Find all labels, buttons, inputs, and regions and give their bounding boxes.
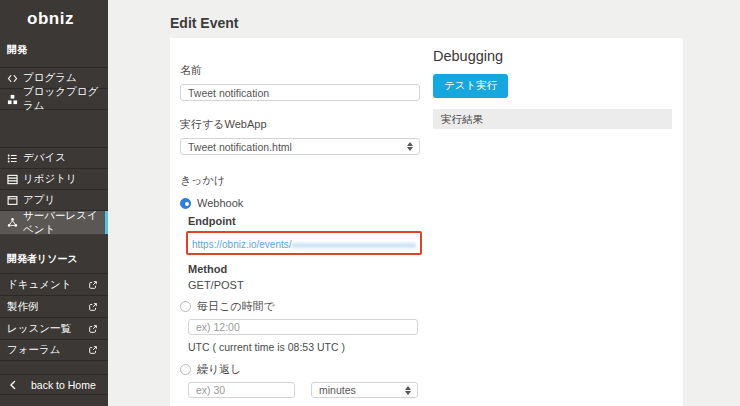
sidebar-item-label: デバイス — [23, 151, 66, 165]
repository-icon — [7, 174, 18, 185]
chevron-left-icon — [9, 380, 17, 390]
select-stepper-icon — [407, 142, 413, 151]
repeat-interval-input[interactable] — [188, 382, 295, 398]
edit-event-card: 名前 実行するWebApp Tweet notification.html きっ… — [170, 38, 683, 406]
method-value: GET/POST — [188, 279, 418, 291]
repeat-unit-select[interactable]: minutes — [311, 382, 418, 398]
obniz-logo[interactable]: obniz — [0, 0, 108, 29]
endpoint-token-blurred: xxxxxxxxxxxxxxxxxxxxxxxxxxxxxxx — [292, 240, 416, 250]
external-link-icon — [88, 324, 98, 334]
back-to-home-label: back to Home — [31, 379, 96, 391]
sidebar-item-block-program[interactable]: ブロックプログラム — [0, 89, 108, 110]
sidebar-resources-group: ドキュメント 製作例 レッスン一覧 フォーラム — [0, 273, 108, 361]
external-link-icon — [88, 280, 98, 290]
sidebar-item-label: アプリ — [23, 193, 55, 207]
external-link-icon — [88, 345, 98, 355]
debugging-panel: Debugging テスト実行 実行結果 — [433, 38, 672, 129]
page-title: Edit Event — [170, 15, 238, 31]
sidebar-item-documents[interactable]: ドキュメント — [0, 273, 108, 295]
sidebar-item-label: ドキュメント — [7, 278, 71, 292]
sidebar-item-label: フォーラム — [7, 343, 60, 357]
code-icon — [7, 73, 18, 84]
devices-icon — [7, 153, 18, 164]
webapp-select[interactable]: Tweet notification.html — [180, 138, 420, 155]
event-form: 名前 実行するWebApp Tweet notification.html きっ… — [180, 38, 420, 406]
sidebar-spacer — [0, 110, 108, 137]
endpoint-url-highlight[interactable]: https://obniz.io/events/xxxxxxxxxxxxxxxx… — [186, 231, 422, 255]
endpoint-url-link[interactable]: https://obniz.io/events/ — [192, 239, 292, 250]
apps-icon — [7, 195, 18, 206]
radio-unselected-icon — [180, 364, 191, 375]
main-content: Edit Event 名前 実行するWebApp Tweet notificat… — [108, 0, 740, 406]
serverless-icon — [7, 217, 18, 228]
blocks-icon — [7, 94, 18, 105]
sidebar-item-examples[interactable]: 製作例 — [0, 295, 108, 317]
radio-unselected-icon — [180, 301, 191, 312]
sidebar-section-dev: 開発 — [0, 43, 108, 57]
repeat-unit-value: minutes — [319, 384, 405, 396]
sidebar-item-label: サーバーレスイベント — [23, 209, 108, 237]
repeat-radio[interactable]: 繰り返し — [180, 362, 420, 377]
select-stepper-icon — [405, 386, 411, 395]
sidebar-item-label: ブロックプログラム — [23, 85, 108, 113]
sidebar-item-label: 製作例 — [7, 300, 39, 314]
run-test-button[interactable]: テスト実行 — [433, 74, 508, 98]
name-label: 名前 — [180, 63, 420, 78]
sidebar-item-repository[interactable]: リポジトリ — [0, 169, 108, 190]
webhook-radio[interactable]: Webhook — [180, 197, 420, 209]
endpoint-label: Endpoint — [188, 215, 418, 227]
sidebar-item-label: レッスン一覧 — [7, 322, 71, 336]
sidebar-tools-group: デバイス リポジトリ アプリ サーバーレスイベント — [0, 147, 108, 235]
daily-time-radio[interactable]: 毎日この時間で — [180, 299, 420, 314]
trigger-label: きっかけ — [180, 173, 420, 188]
back-to-home-button[interactable]: back to Home — [0, 374, 108, 395]
sidebar-dev-group: プログラム ブロックプログラム — [0, 67, 108, 110]
sidebar-section-resources: 開発者リソース — [0, 252, 108, 273]
sidebar: obniz 開発 プログラム ブロックプログラム デバイス リ — [0, 0, 108, 406]
sidebar-item-serverless-events[interactable]: サーバーレスイベント — [0, 211, 108, 235]
sidebar-item-label: リポジトリ — [23, 172, 77, 186]
utc-note: UTC ( current time is 08:53 UTC ) — [188, 341, 418, 353]
sidebar-item-forum[interactable]: フォーラム — [0, 339, 108, 361]
daily-time-input[interactable] — [188, 319, 418, 335]
sidebar-item-label: プログラム — [23, 71, 77, 85]
name-input[interactable] — [180, 84, 420, 101]
debugging-title: Debugging — [433, 48, 672, 64]
webapp-select-value: Tweet notification.html — [188, 141, 407, 153]
sidebar-item-devices[interactable]: デバイス — [0, 148, 108, 169]
result-header: 実行結果 — [433, 109, 672, 129]
external-link-icon — [88, 302, 98, 312]
radio-selected-icon — [180, 198, 191, 209]
method-label: Method — [188, 263, 418, 275]
sidebar-item-lessons[interactable]: レッスン一覧 — [0, 317, 108, 339]
webapp-label: 実行するWebApp — [180, 117, 420, 132]
